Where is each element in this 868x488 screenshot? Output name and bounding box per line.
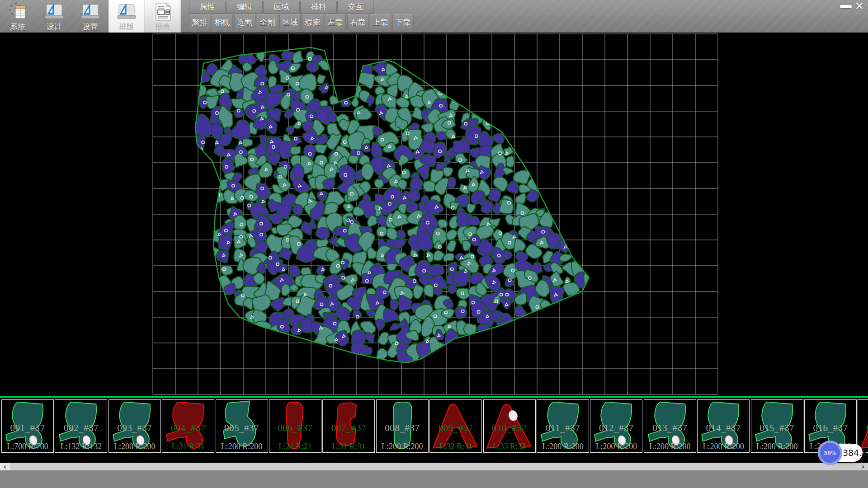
filmstrip-item-005_#37[interactable]: 005_#37L:200 R:200 — [216, 399, 268, 453]
app-window: 系统设计设置排版报表 属性编辑区域排料交互 聚排相机选割全割区域瑕疵左靠右靠上靠… — [0, 0, 868, 488]
piece-lr-count: L:200 R:200 — [216, 442, 268, 451]
main-mode-buttons: 系统设计设置排版报表 — [0, 0, 181, 33]
piece-name: 005_#37 — [216, 422, 268, 434]
mode-button-label: 设计 — [47, 22, 62, 31]
filmstrip-item-003_#37[interactable]: 003_#37L:200 R:200 — [108, 399, 161, 453]
mode-button-label: 排版 — [119, 22, 134, 31]
main-toolbar: 系统设计设置排版报表 属性编辑区域排料交互 聚排相机选割全割区域瑕疵左靠右靠上靠… — [0, 0, 868, 33]
nesting-ruler-icon — [116, 1, 137, 22]
menu-tab-编辑[interactable]: 编辑 — [226, 1, 263, 14]
piece-lr-count: L:32 R:31 — [430, 442, 481, 451]
mode-button-label: 报表 — [155, 22, 170, 31]
mode-button-报表[interactable]: 报表 — [145, 0, 181, 33]
mode-button-设置[interactable]: 设置 — [72, 0, 108, 33]
menu-tab-属性[interactable]: 属性 — [189, 1, 226, 14]
piece-lr-count: L:33 R:33 — [484, 442, 535, 451]
action-button-上靠[interactable]: 上靠 — [370, 14, 391, 30]
action-button-右靠[interactable]: 右靠 — [347, 14, 368, 30]
action-button-相机[interactable]: 相机 — [212, 14, 233, 30]
memory-badge[interactable]: 38% 384.8M — [819, 444, 863, 462]
report-doc-icon — [152, 1, 174, 22]
close-button[interactable]: ✕ — [853, 1, 866, 12]
piece-filmstrip: 001_#37L:700 R:700002_#37L:132 R:132003_… — [0, 395, 868, 463]
piece-name: 010_#37 — [484, 422, 535, 434]
menu-tab-row: 属性编辑区域排料交互 — [189, 1, 374, 14]
piece-name: 016_#37 — [805, 422, 856, 434]
system-gear-icon — [7, 1, 29, 22]
action-button-row: 聚排相机选割全割区域瑕疵左靠右靠上靠下靠 — [189, 14, 415, 31]
piece-name: 007_#37 — [323, 422, 374, 434]
piece-lr-count: L:700 R:700 — [2, 442, 53, 451]
memory-amount: 384.8M — [843, 444, 868, 462]
filmstrip-item-010_#37[interactable]: 010_#37L:33 R:33 — [483, 399, 536, 453]
scroll-left-arrow[interactable]: ‹ — [0, 463, 10, 470]
scroll-right-arrow[interactable]: › — [858, 463, 868, 470]
status-bar — [0, 470, 868, 488]
piece-name: 004_#37 — [162, 422, 214, 434]
action-button-瑕疵[interactable]: 瑕疵 — [302, 14, 323, 30]
piece-lr-count: L:200 R:200 — [698, 442, 749, 451]
filmstrip-item-006_#37[interactable]: 006_#37L:21 R:21 — [269, 399, 321, 453]
piece-name: 017_#37 — [858, 422, 868, 434]
piece-lr-count: L:200 R:200 — [109, 442, 160, 451]
action-button-左靠[interactable]: 左靠 — [325, 14, 346, 30]
nesting-canvas[interactable] — [0, 33, 868, 395]
piece-name: 014_#37 — [698, 422, 749, 434]
mode-button-label: 系统 — [10, 22, 26, 31]
mode-button-排版[interactable]: 排版 — [108, 0, 145, 33]
menu-tab-排料[interactable]: 排料 — [300, 1, 337, 14]
piece-lr-count: L:132 R:132 — [55, 442, 107, 451]
minimize-icon — [840, 5, 852, 8]
mode-button-label: 设置 — [83, 22, 98, 31]
design-ruler-icon — [43, 1, 65, 22]
filmstrip-accent-line — [0, 396, 868, 398]
action-button-选割[interactable]: 选割 — [234, 14, 255, 30]
menu-tab-交互[interactable]: 交互 — [337, 1, 374, 14]
piece-lr-count: L:31 R:31 — [162, 442, 214, 451]
window-controls: ✕ — [839, 1, 866, 12]
memory-percent-circle: 38% — [818, 441, 842, 465]
piece-name: 002_#37 — [55, 422, 107, 434]
filmstrip-item-009_#37[interactable]: 009_#37L:32 R:31 — [429, 399, 482, 453]
settings-ruler-icon — [80, 1, 101, 22]
mode-button-系统[interactable]: 系统 — [0, 0, 36, 33]
filmstrip-item-002_#37[interactable]: 002_#37L:132 R:132 — [55, 399, 107, 453]
piece-name: 012_#37 — [590, 422, 642, 434]
action-button-聚排[interactable]: 聚排 — [189, 14, 210, 30]
filmstrip-item-004_#37[interactable]: 004_#37L:31 R:31 — [162, 399, 214, 453]
piece-lr-count: L:200 R:200 — [590, 442, 642, 451]
piece-lr-count: L:200 R:200 — [751, 442, 803, 451]
filmstrip-item-013_#37[interactable]: 013_#37L:200 R:200 — [644, 399, 696, 453]
piece-lr-count: L:200 R:200 — [644, 442, 696, 451]
action-button-下靠[interactable]: 下靠 — [392, 14, 414, 30]
horizontal-scrollbar[interactable]: ‹ › — [0, 463, 868, 470]
mode-button-设计[interactable]: 设计 — [36, 0, 72, 33]
memory-percent: 38% — [824, 450, 837, 456]
filmstrip-item-007_#37[interactable]: 007_#37L:31 R:31 — [322, 399, 375, 453]
piece-name: 003_#37 — [109, 422, 160, 434]
action-button-区域[interactable]: 区域 — [279, 14, 301, 30]
piece-name: 015_#37 — [751, 422, 803, 434]
piece-lr-count: L:31 R:31 — [323, 442, 374, 451]
filmstrip-item-008_#37[interactable]: 008_#37L:200 R:200 — [376, 399, 429, 453]
filmstrip-item-012_#37[interactable]: 012_#37L:200 R:200 — [590, 399, 642, 453]
close-icon: ✕ — [855, 1, 864, 12]
filmstrip-item-001_#37[interactable]: 001_#37L:700 R:700 — [1, 399, 54, 453]
nested-pieces — [193, 51, 594, 369]
filmstrip-item-015_#37[interactable]: 015_#37L:200 R:200 — [751, 399, 803, 453]
action-button-全割[interactable]: 全割 — [257, 14, 278, 30]
piece-name: 011_#37 — [537, 422, 589, 434]
menu-tab-区域[interactable]: 区域 — [263, 1, 300, 14]
piece-lr-count: L:200 R:200 — [537, 442, 589, 451]
filmstrip-item-014_#37[interactable]: 014_#37L:200 R:200 — [697, 399, 750, 453]
piece-name: 013_#37 — [644, 422, 696, 434]
piece-name: 006_#37 — [269, 422, 321, 434]
piece-lr-count: L:21 R:21 — [269, 442, 321, 451]
filmstrip-item-011_#37[interactable]: 011_#37L:200 R:200 — [537, 399, 589, 453]
piece-name: 009_#37 — [430, 422, 481, 434]
piece-name: 008_#37 — [377, 422, 428, 434]
piece-name: 001_#37 — [2, 422, 53, 434]
piece-lr-count: L:200 R:200 — [377, 442, 428, 451]
minimize-button[interactable] — [839, 1, 853, 12]
